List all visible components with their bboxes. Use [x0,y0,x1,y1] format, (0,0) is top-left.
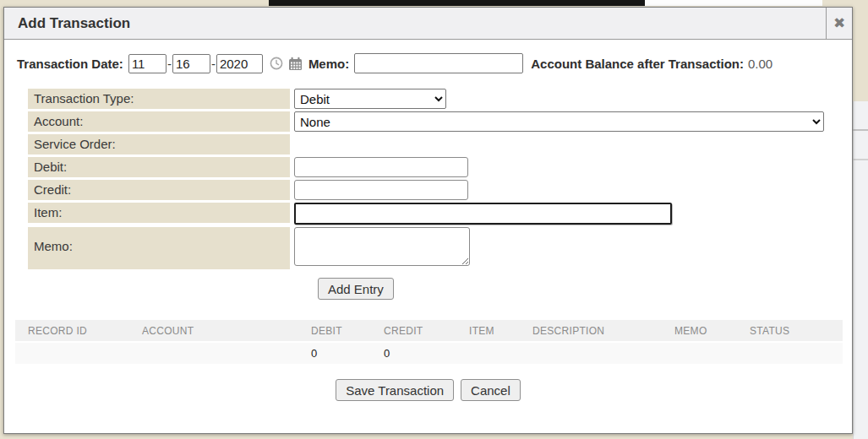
date-separator: - [167,57,172,71]
transaction-date-label: Transaction Date: [17,57,123,71]
col-credit: CREDIT [384,320,469,342]
add-transaction-dialog: Add Transaction ✖ Transaction Date: - - [3,7,853,434]
save-transaction-button[interactable]: Save Transaction [336,379,454,401]
balance-label: Account Balance after Transaction: [531,57,744,71]
debit-label: Debit: [28,157,290,177]
account-label: Account: [28,111,290,132]
background-top-strip [645,0,822,6]
background-divider [853,129,868,131]
credit-input[interactable] [294,180,468,200]
cell-memo [674,342,750,364]
transaction-type-select[interactable]: Debit [294,89,446,109]
credit-label: Credit: [28,180,290,200]
clock-icon[interactable] [270,57,283,70]
date-day-input[interactable] [172,54,210,73]
form-row-account: Account: None [28,111,852,132]
add-entry-button[interactable]: Add Entry [318,278,394,300]
background-divider [853,159,868,160]
dialog-footer: Save Transaction Cancel [4,379,852,401]
transaction-type-label: Transaction Type: [28,89,290,109]
form-row-debit: Debit: [28,157,852,177]
cell-status [750,342,843,364]
col-account: ACCOUNT [142,320,311,342]
date-month-input[interactable] [128,54,167,73]
close-button[interactable]: ✖ [826,8,852,39]
cell-account [142,342,311,364]
col-description: DESCRIPTION [532,320,674,342]
entry-form: Transaction Type: Debit Account: None Se… [28,89,852,300]
balance-value: 0.00 [748,57,772,71]
cancel-button[interactable]: Cancel [461,379,521,401]
background-right-panel [853,101,868,439]
form-row-service-order: Service Order: [28,134,852,154]
item-label: Item: [28,203,290,223]
cell-item [469,342,532,364]
dialog-titlebar: Add Transaction ✖ [4,8,852,40]
transaction-date-row: Transaction Date: - - Memo: [17,52,852,74]
memo-top-input[interactable] [354,53,523,73]
cell-description [532,342,674,364]
col-debit: DEBIT [311,320,384,342]
cell-credit: 0 [384,342,469,364]
date-year-input[interactable] [216,54,263,73]
service-order-label: Service Order: [28,134,290,154]
date-separator: - [211,57,216,71]
background-top-bar [269,0,645,6]
form-row-credit: Credit: [28,180,852,200]
entries-header-row: RECORD ID ACCOUNT DEBIT CREDIT ITEM DESC… [15,320,843,342]
dialog-title: Add Transaction [4,8,826,39]
entries-row: 0 0 [15,342,843,364]
memo-label: Memo: [28,227,290,269]
entries-table: RECORD ID ACCOUNT DEBIT CREDIT ITEM DESC… [15,320,843,364]
col-item: ITEM [469,320,532,342]
col-record-id: RECORD ID [15,320,142,342]
form-row-memo: Memo: [28,227,852,269]
cell-debit: 0 [311,342,384,364]
col-status: STATUS [750,320,843,342]
col-memo: MEMO [674,320,750,342]
debit-input[interactable] [294,157,468,177]
memo-textarea[interactable] [294,227,470,266]
calendar-icon[interactable] [288,57,303,71]
item-input[interactable] [294,203,672,225]
close-icon: ✖ [833,14,845,32]
account-select[interactable]: None [294,111,824,132]
memo-top-label: Memo: [308,57,349,71]
cell-record-id [15,342,142,364]
form-row-item: Item: [28,203,852,225]
form-row-transaction-type: Transaction Type: Debit [28,89,852,109]
